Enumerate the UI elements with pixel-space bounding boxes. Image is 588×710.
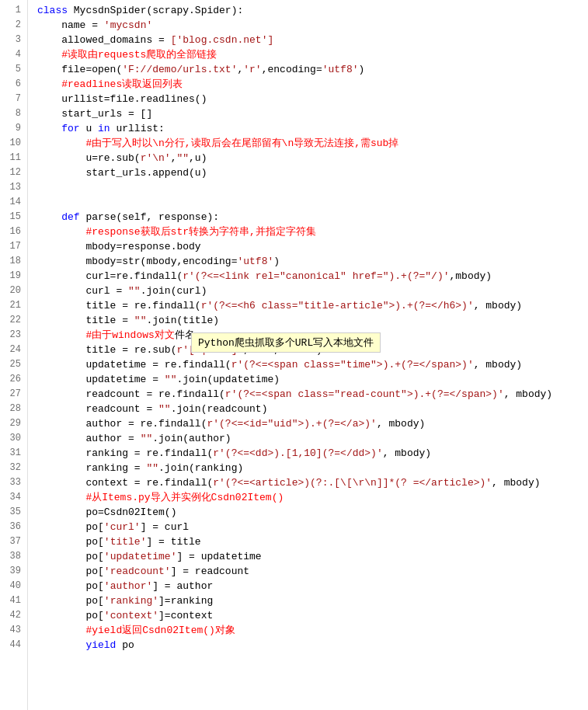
line-number: 31 (0, 446, 27, 461)
code-line: #readlines读取返回列表 (37, 77, 588, 92)
code-line: ranking = "".join(ranking) (37, 461, 588, 475)
code-line: po['ranking']=ranking (37, 593, 588, 608)
line-number: 35 (0, 505, 27, 520)
code-line: context = re.findall(r'(?<=<article>)(?:… (37, 475, 588, 490)
line-number: 21 (0, 298, 27, 313)
code-line: allowed_domains = ['blog.csdn.net'] (37, 33, 588, 47)
line-number: 8 (0, 106, 27, 121)
line-number: 12 (0, 165, 27, 180)
line-number: 33 (0, 475, 27, 490)
code-line: readcount = re.findall(r'(?<=<span class… (37, 387, 588, 402)
tooltip: Python爬虫抓取多个URL写入本地文件 (191, 332, 381, 353)
line-number: 5 (0, 62, 27, 77)
line-number: 44 (0, 638, 27, 653)
line-number: 26 (0, 372, 27, 387)
code-line: readcount = "".join(readcount) (37, 402, 588, 416)
code-line: def parse(self, response): (37, 210, 588, 224)
line-number: 1 (0, 3, 27, 18)
line-number: 34 (0, 490, 27, 505)
code-line: u=re.sub(r'\n',"",u) (37, 151, 588, 165)
code-line: urllist=file.readlines() (37, 92, 588, 106)
line-number: 27 (0, 387, 27, 402)
code-line: updatetime = re.findall(r'(?<=<span clas… (37, 357, 588, 372)
line-number: 4 (0, 47, 27, 62)
code-line: po['updatetime'] = updatetime (37, 549, 588, 564)
line-number: 19 (0, 269, 27, 284)
line-number: 10 (0, 136, 27, 151)
line-number: 6 (0, 77, 27, 92)
code-line: #response获取后str转换为字符串,并指定字符集 (37, 224, 588, 239)
code-line: start_urls = [] (37, 106, 588, 121)
code-line: name = 'mycsdn' (37, 18, 588, 33)
line-number: 42 (0, 608, 27, 623)
code-line: for u in urllist: (37, 121, 588, 136)
line-number: 43 (0, 623, 27, 638)
line-number: 24 (0, 343, 27, 357)
code-line: #读取由requests爬取的全部链接 (37, 47, 588, 62)
line-number: 14 (0, 195, 27, 210)
code-line: mbody=str(mbody,encoding='utf8') (37, 254, 588, 269)
line-number: 22 (0, 313, 27, 328)
code-line: po['author'] = author (37, 579, 588, 593)
line-number: 18 (0, 254, 27, 269)
line-number: 2 (0, 18, 27, 33)
code-line: po['curl'] = curl (37, 520, 588, 534)
code-container: 1234567891011121314151617181920212223242… (0, 0, 588, 710)
code-line: file=open('F://demo/urls.txt','r',encodi… (37, 62, 588, 77)
code-line: po['context']=context (37, 608, 588, 623)
line-number: 28 (0, 402, 27, 416)
line-number: 25 (0, 357, 27, 372)
line-number: 37 (0, 534, 27, 549)
code-line: mbody=response.body (37, 239, 588, 254)
line-number: 17 (0, 239, 27, 254)
code-line: ranking = re.findall(r'(?<=<dd>).[1,10](… (37, 446, 588, 461)
line-number: 9 (0, 121, 27, 136)
code-line: po['title'] = title (37, 534, 588, 549)
code-content[interactable]: Python爬虫抓取多个URL写入本地文件 class MycsdnSpider… (28, 0, 588, 710)
code-line: curl = "".join(curl) (37, 284, 588, 298)
line-number: 23 (0, 328, 27, 343)
code-line (37, 180, 588, 195)
code-line: updatetime = "".join(updatetime) (37, 372, 588, 387)
code-line: curl=re.findall(r'(?<=<link rel="canonic… (37, 269, 588, 284)
line-number: 40 (0, 579, 27, 593)
line-number: 32 (0, 461, 27, 475)
code-line: po['readcount'] = readcount (37, 564, 588, 579)
line-number: 36 (0, 520, 27, 534)
line-numbers: 1234567891011121314151617181920212223242… (0, 0, 28, 710)
code-line: start_urls.append(u) (37, 165, 588, 180)
code-line (37, 195, 588, 210)
line-number: 41 (0, 593, 27, 608)
line-number: 16 (0, 224, 27, 239)
code-line: po=Csdn02Item() (37, 505, 588, 520)
code-line: #yield返回Csdn02Item()对象 (37, 623, 588, 638)
line-number: 20 (0, 284, 27, 298)
line-number: 15 (0, 210, 27, 224)
code-line: author = re.findall(r'(?<=<id="uid">).+(… (37, 416, 588, 431)
code-line: #从Items.py导入并实例化Csdn02Item() (37, 490, 588, 505)
line-number: 13 (0, 180, 27, 195)
line-number: 7 (0, 92, 27, 106)
line-number: 39 (0, 564, 27, 579)
code-line: title = re.findall(r'(?<=<h6 class="titl… (37, 298, 588, 313)
line-number: 38 (0, 549, 27, 564)
line-number: 11 (0, 151, 27, 165)
line-number: 30 (0, 431, 27, 446)
code-line: class MycsdnSpider(scrapy.Spider): (37, 3, 588, 18)
code-line: #由于写入时以\n分行,读取后会在尾部留有\n导致无法连接,需sub掉 (37, 136, 588, 151)
code-line: yield po (37, 638, 588, 653)
code-line: title = "".join(title) (37, 313, 588, 328)
line-number: 29 (0, 416, 27, 431)
code-line: author = "".join(author) (37, 431, 588, 446)
line-number: 3 (0, 33, 27, 47)
